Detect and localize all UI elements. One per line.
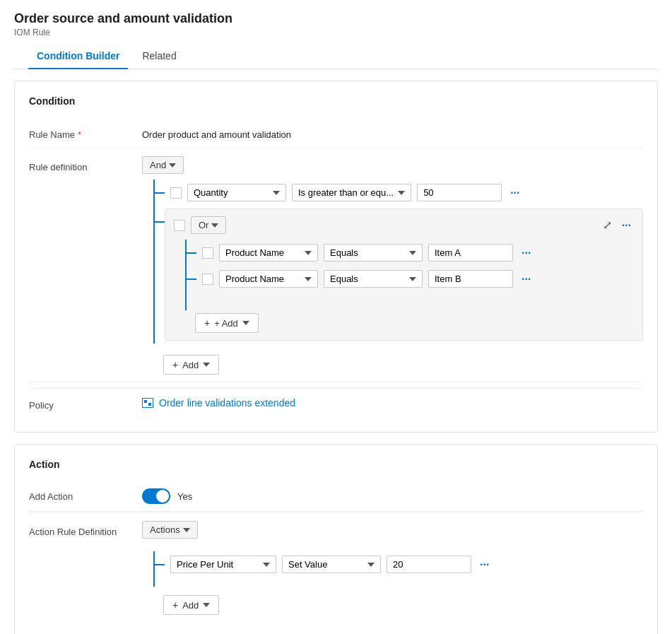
or-group-left: Or bbox=[174, 216, 226, 234]
action-rule-value: Actions Price Per Unit bbox=[142, 521, 643, 615]
collapse-icon[interactable]: ⤢ bbox=[603, 218, 612, 232]
tab-condition-builder[interactable]: Condition Builder bbox=[28, 43, 128, 69]
quantity-field-select[interactable]: Quantity bbox=[187, 184, 286, 201]
rule-name-label: Rule Name* bbox=[29, 125, 142, 140]
actions-logic-button[interactable]: Actions bbox=[142, 521, 198, 539]
quantity-value-input[interactable] bbox=[417, 184, 502, 201]
add-action-row: Add Action Yes bbox=[29, 481, 643, 512]
rule-name-text: Order product and amount validation bbox=[142, 125, 643, 140]
or-group-header: Or ⤢ ··· bbox=[174, 216, 634, 234]
action-rule-row: Action Rule Definition Actions Pri bbox=[29, 512, 643, 622]
product-1-more-button[interactable]: ··· bbox=[519, 245, 534, 261]
product-operator-2-select[interactable]: Equals bbox=[324, 270, 423, 288]
policy-value: Order line validations extended bbox=[142, 397, 643, 410]
or-group-more-button[interactable]: ··· bbox=[619, 218, 634, 233]
tab-related[interactable]: Related bbox=[134, 43, 184, 69]
page-title: Order source and amount validation bbox=[14, 11, 658, 26]
quantity-checkbox[interactable] bbox=[170, 187, 182, 199]
page-subtitle: IOM Rule bbox=[14, 28, 658, 37]
or-group-actions: ⤢ ··· bbox=[603, 218, 634, 233]
rule-name-row: Rule Name* Order product and amount vali… bbox=[29, 118, 643, 148]
toggle-label-text: Yes bbox=[177, 491, 192, 502]
policy-row: Policy Order line validations extended bbox=[29, 388, 643, 418]
add-action-label: Add Action bbox=[29, 488, 142, 502]
action-rule-label: Action Rule Definition bbox=[29, 521, 142, 537]
quantity-more-button[interactable]: ··· bbox=[507, 185, 522, 201]
rule-name-value: Order product and amount validation bbox=[142, 125, 643, 140]
action-add-button[interactable]: + Add bbox=[163, 595, 219, 615]
action-card: Action Add Action Yes Action Rule Defini… bbox=[14, 444, 658, 634]
or-group-add-button[interactable]: + + Add bbox=[195, 313, 259, 333]
policy-label: Policy bbox=[29, 397, 142, 411]
rule-definition-value: And Quantity bbox=[142, 156, 643, 375]
product-1-checkbox[interactable] bbox=[202, 247, 213, 259]
set-value-operator-select[interactable]: Set Value bbox=[282, 556, 381, 573]
tabs-bar: Condition Builder Related bbox=[14, 43, 658, 69]
product-2-checkbox[interactable] bbox=[202, 274, 213, 285]
or-logic-button[interactable]: Or bbox=[191, 216, 226, 234]
toggle-wrapper: Yes bbox=[142, 488, 643, 504]
product-2-more-button[interactable]: ··· bbox=[519, 271, 534, 287]
action-more-button[interactable]: ··· bbox=[477, 557, 492, 573]
action-title: Action bbox=[29, 459, 643, 470]
and-logic-button[interactable]: And bbox=[142, 156, 184, 174]
product-name-2-select[interactable]: Product Name bbox=[219, 270, 318, 288]
condition-card: Condition Rule Name* Order product and a… bbox=[14, 81, 658, 433]
add-action-toggle[interactable] bbox=[142, 488, 170, 504]
condition-title: Condition bbox=[29, 95, 643, 107]
toggle-knob bbox=[156, 490, 169, 503]
required-marker: * bbox=[78, 129, 81, 140]
policy-link-text: Order line validations extended bbox=[159, 397, 295, 409]
product-value-1-input[interactable] bbox=[428, 244, 513, 262]
price-per-unit-select[interactable]: Price Per Unit bbox=[170, 556, 276, 573]
policy-link[interactable]: Order line validations extended bbox=[142, 397, 295, 409]
rule-definition-row: Rule definition And bbox=[29, 148, 643, 382]
product-value-2-input[interactable] bbox=[428, 270, 513, 288]
rule-add-button[interactable]: + Add bbox=[163, 355, 219, 375]
or-group-checkbox[interactable] bbox=[174, 220, 185, 231]
set-value-input[interactable] bbox=[387, 556, 471, 573]
product-operator-1-select[interactable]: Equals bbox=[324, 244, 423, 262]
add-action-value: Yes bbox=[142, 488, 643, 504]
quantity-operator-select[interactable]: Is greater than or equ... bbox=[292, 184, 411, 201]
product-name-1-select[interactable]: Product Name bbox=[219, 244, 318, 262]
rule-definition-label: Rule definition bbox=[29, 156, 142, 172]
